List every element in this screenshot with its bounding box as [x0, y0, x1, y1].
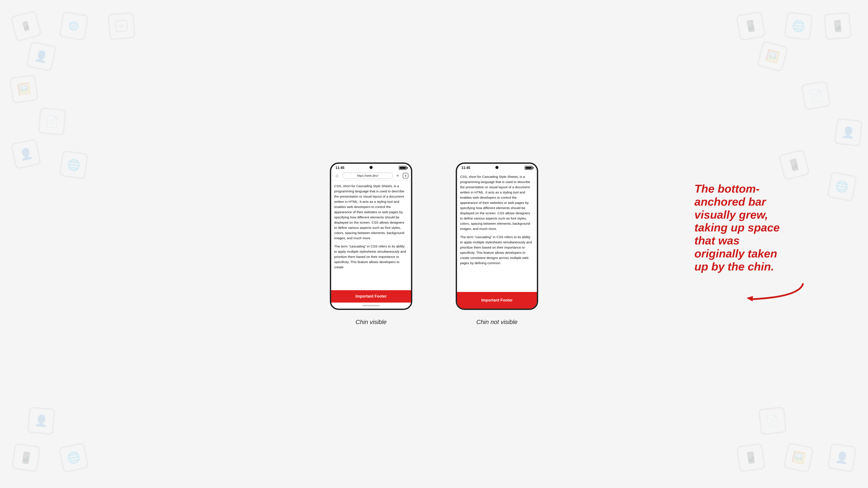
battery-icon-left [399, 166, 407, 170]
main-content: 11:45 ⌂ https://web.dev/ + 5 [0, 0, 868, 488]
phone-caption-left: Chin visible [355, 319, 386, 326]
annotation-line7: up by the chin. [694, 260, 774, 273]
annotation-line6: originally taken [694, 247, 777, 260]
battery-icon-right [525, 166, 532, 170]
camera-dot-right [495, 166, 498, 169]
chin-bar-left [362, 305, 380, 306]
phone-footer-left: Important Footer [331, 290, 411, 302]
battery-fill-left [400, 167, 406, 169]
camera-dot-left [370, 166, 373, 169]
annotation-text: The bottom- anchored bar visually grew, … [694, 183, 807, 273]
battery-fill-right [526, 167, 532, 169]
status-right-left [399, 166, 407, 170]
phone-right-wrapper: 11:45 CSS, short for Cascading Style She… [456, 162, 538, 326]
content-para-2-left: The term "cascading" in CSS refers to it… [334, 244, 408, 270]
phone-caption-right: Chin not visible [476, 319, 518, 326]
phone-chin-left [331, 302, 411, 308]
phone-left-wrapper: 11:45 ⌂ https://web.dev/ + 5 [330, 162, 412, 326]
status-time-left: 11:45 [336, 166, 344, 170]
phone-left: 11:45 ⌂ https://web.dev/ + 5 [330, 162, 412, 310]
status-right-right [525, 166, 532, 170]
annotation-line1: The bottom- [694, 183, 760, 195]
annotation-area: The bottom- anchored bar visually grew, … [694, 183, 807, 306]
content-para-2-right: The term "cascading" in CSS refers to it… [460, 234, 534, 266]
phones-container: 11:45 ⌂ https://web.dev/ + 5 [330, 162, 538, 326]
phone-content-left: CSS, short for Cascading Style Sheets, i… [331, 181, 411, 290]
address-bar-left: ⌂ https://web.dev/ + 5 [331, 171, 411, 181]
annotation-line3: visually grew, [694, 208, 768, 221]
add-tab-button-left[interactable]: + [395, 173, 401, 178]
content-para-1-right: CSS, short for Cascading Style Sheets, i… [460, 174, 534, 231]
tab-count-left[interactable]: 5 [403, 173, 408, 178]
status-bar-left: 11:45 [331, 164, 411, 171]
svg-marker-2 [746, 296, 753, 301]
status-bar-right: 11:45 [457, 164, 537, 171]
annotation-line4: taking up space [694, 221, 780, 234]
url-bar-left[interactable]: https://web.dev/ [342, 173, 393, 179]
content-para-1-left: CSS, short for Cascading Style Sheets, i… [334, 184, 408, 241]
annotation-line2: anchored bar [694, 195, 766, 208]
status-time-right: 11:45 [461, 166, 470, 170]
annotation-arrow [734, 280, 807, 305]
phone-right: 11:45 CSS, short for Cascading Style She… [456, 162, 538, 310]
arrow-container [694, 280, 807, 305]
phone-content-right: CSS, short for Cascading Style Sheets, i… [457, 171, 537, 292]
annotation-line5: that was [694, 234, 740, 247]
phone-footer-right: Important Footer [457, 292, 537, 308]
home-icon-left[interactable]: ⌂ [334, 172, 340, 179]
